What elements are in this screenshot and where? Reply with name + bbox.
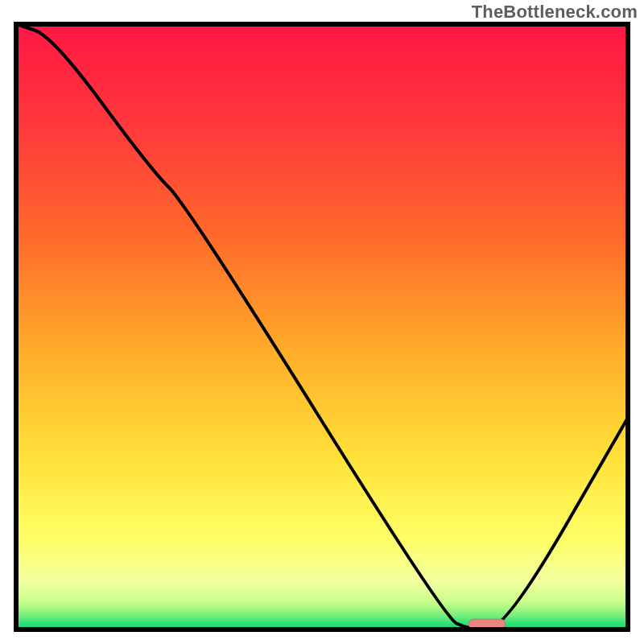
chart-frame: TheBottleneck.com xyxy=(0,0,644,644)
watermark-label: TheBottleneck.com xyxy=(472,2,638,23)
bottleneck-chart xyxy=(0,0,644,644)
plot-background-gradient xyxy=(16,24,628,630)
